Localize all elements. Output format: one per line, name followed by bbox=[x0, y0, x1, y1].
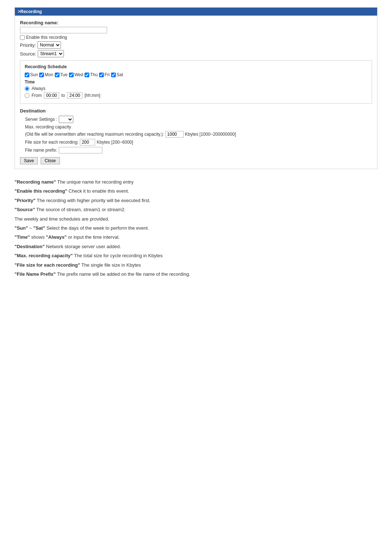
tue-label: Tue bbox=[60, 72, 68, 77]
desc-priority: "Priority" The recording with higher pri… bbox=[15, 196, 377, 205]
day-tue[interactable]: Tue bbox=[55, 72, 68, 77]
desc-bold-file-size: "File size for each recording" bbox=[15, 262, 80, 268]
desc-recording-name: "Recording name" The unique name for rec… bbox=[15, 178, 377, 186]
button-row: Save Close bbox=[20, 157, 372, 164]
desc-text-enable: Check it to enable this event. bbox=[69, 188, 129, 194]
time-label: Time bbox=[25, 79, 367, 85]
desc-text-destination: Network storage server user added. bbox=[46, 244, 121, 249]
desc-text-file-size: The single file size in Kbytes bbox=[81, 262, 141, 268]
server-settings-select[interactable] bbox=[59, 116, 73, 123]
desc-max-capacity: "Max. recording capacity" The total size… bbox=[15, 251, 377, 260]
file-size-unit: Kbytes [200~6000] bbox=[97, 140, 133, 145]
desc-bold-always: "Always" bbox=[46, 234, 67, 240]
mon-checkbox[interactable] bbox=[39, 73, 44, 77]
server-settings-row: Server Settings : bbox=[25, 116, 372, 123]
desc-text-file-prefix: The prefix name will be added on the fil… bbox=[57, 271, 190, 277]
sun-checkbox[interactable] bbox=[25, 73, 29, 77]
desc-text-recording-name: The unique name for recording entry bbox=[57, 179, 134, 185]
enable-recording-text: Enable this recording bbox=[26, 35, 67, 40]
desc-bold-time: "Time" bbox=[15, 234, 30, 240]
day-sun[interactable]: Sun bbox=[25, 72, 38, 77]
file-size-label: File size for each recording: bbox=[25, 140, 78, 145]
priority-select[interactable]: Normal High Low bbox=[37, 41, 61, 49]
server-settings-label: Server Settings : bbox=[25, 117, 57, 122]
desc-time: "Time" shows "Always" or input the time … bbox=[15, 233, 377, 241]
file-size-input[interactable] bbox=[80, 139, 95, 145]
desc-destination: "Destination" Network storage server use… bbox=[15, 242, 377, 251]
desc-tilde: ~ bbox=[29, 225, 33, 231]
recording-name-input[interactable] bbox=[20, 27, 107, 33]
days-row: Sun Mon Tue Wed Thu bbox=[25, 72, 367, 77]
desc-bold-recording-name: "Recording name" bbox=[15, 179, 56, 185]
from-text: From bbox=[32, 93, 42, 98]
hhmm-label: [hh:mm] bbox=[85, 93, 100, 98]
desc-weekly: The weekly and time schedules are provid… bbox=[15, 215, 377, 223]
destination-section: Destination Server Settings : Max. recor… bbox=[20, 108, 372, 153]
sat-label: Sat bbox=[117, 72, 123, 77]
recording-name-label: Recording name: bbox=[20, 20, 372, 25]
source-label: Source: bbox=[20, 51, 36, 57]
overwrite-value-input[interactable] bbox=[166, 131, 184, 138]
desc-file-size: "File size for each recording" The singl… bbox=[15, 261, 377, 269]
desc-text-time1: shows bbox=[31, 234, 46, 240]
day-thu[interactable]: Thu bbox=[85, 72, 98, 77]
file-prefix-input[interactable] bbox=[59, 147, 102, 153]
source-select[interactable]: Stream1 Stream2 bbox=[38, 50, 64, 57]
desc-bold-priority: "Priority" bbox=[15, 198, 36, 203]
file-prefix-label: File name prefix: bbox=[25, 148, 57, 153]
overwrite-note: (Old file will be overwritten after reac… bbox=[25, 132, 164, 137]
desc-bold-destination: "Destination" bbox=[15, 244, 45, 249]
desc-bold-file-prefix: "File Name Prefix" bbox=[15, 271, 56, 277]
always-radio[interactable] bbox=[25, 86, 29, 91]
desc-text-source: The source of stream, stream1 or stream2… bbox=[36, 207, 126, 212]
to-time-input[interactable] bbox=[67, 92, 82, 99]
desc-bold-source: "Source" bbox=[15, 207, 35, 212]
desc-sun-sat: "Sun" ~ "Sat" Select the days of the wee… bbox=[15, 224, 377, 232]
schedule-box: Recording Schedule Sun Mon Tue Wed bbox=[20, 60, 372, 104]
desc-text-weekly: The weekly and time schedules are provid… bbox=[15, 216, 109, 222]
desc-bold-max-capacity: "Max. recording capacity" bbox=[15, 253, 73, 258]
desc-file-prefix: "File Name Prefix" The prefix name will … bbox=[15, 270, 377, 278]
from-radio[interactable] bbox=[25, 93, 29, 98]
overwrite-row: (Old file will be overwritten after reac… bbox=[25, 131, 372, 138]
enable-recording-label[interactable]: Enable this recording bbox=[20, 35, 67, 40]
priority-label: Priority: bbox=[20, 42, 36, 48]
desc-text-sun-sat: Select the days of the week to perform t… bbox=[46, 225, 149, 231]
day-fri[interactable]: Fri bbox=[99, 72, 110, 77]
recording-panel: >Recording Recording name: Enable this r… bbox=[15, 7, 377, 169]
desc-text-priority: The recording with higher priority will … bbox=[37, 198, 151, 203]
day-mon[interactable]: Mon bbox=[39, 72, 53, 77]
panel-header: >Recording bbox=[15, 8, 377, 16]
desc-enable: "Enable this recording" Check it to enab… bbox=[15, 187, 377, 195]
time-section: Time Always From to [hh:mm] bbox=[25, 79, 367, 99]
thu-checkbox[interactable] bbox=[85, 73, 89, 77]
from-time-input[interactable] bbox=[44, 92, 59, 99]
fri-checkbox[interactable] bbox=[99, 73, 104, 77]
description-section: "Recording name" The unique name for rec… bbox=[15, 178, 377, 278]
wed-checkbox[interactable] bbox=[69, 73, 74, 77]
save-button[interactable]: Save bbox=[20, 157, 38, 164]
file-prefix-row: File name prefix: bbox=[25, 147, 372, 153]
file-size-row: File size for each recording: Kbytes [20… bbox=[25, 139, 372, 145]
panel-body: Recording name: Enable this recording Pr… bbox=[15, 16, 377, 169]
always-label: Always bbox=[32, 86, 45, 91]
schedule-title: Recording Schedule bbox=[25, 64, 367, 69]
always-row: Always bbox=[25, 86, 367, 91]
fri-label: Fri bbox=[105, 72, 110, 77]
wed-label: Wed bbox=[74, 72, 83, 77]
desc-text-time2: or input the time interval. bbox=[68, 234, 119, 240]
close-button[interactable]: Close bbox=[41, 157, 60, 164]
tue-checkbox[interactable] bbox=[55, 73, 60, 77]
sun-label: Sun bbox=[30, 72, 38, 77]
enable-recording-checkbox[interactable] bbox=[20, 35, 25, 40]
desc-bold-sun: "Sun" bbox=[15, 225, 28, 231]
to-text: to bbox=[61, 93, 65, 98]
desc-text-max-capacity: The total size for cycle recording in Kb… bbox=[74, 253, 163, 258]
max-capacity-label: Max. recording capacity bbox=[25, 124, 71, 130]
sat-checkbox[interactable] bbox=[111, 73, 116, 77]
day-wed[interactable]: Wed bbox=[69, 72, 83, 77]
desc-bold-sat: "Sat" bbox=[33, 225, 45, 231]
thu-label: Thu bbox=[90, 72, 98, 77]
day-sat[interactable]: Sat bbox=[111, 72, 123, 77]
mon-label: Mon bbox=[45, 72, 53, 77]
